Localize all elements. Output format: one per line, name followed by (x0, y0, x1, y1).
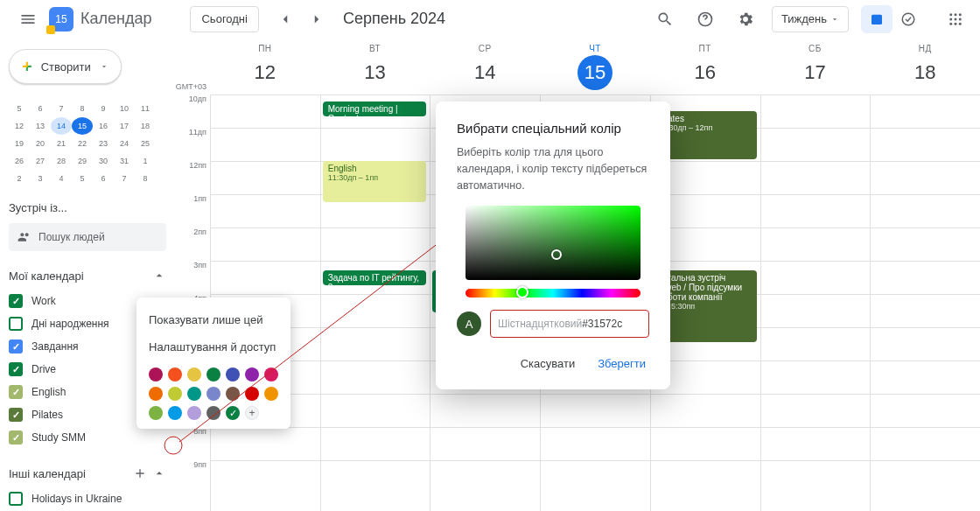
show-only-this-option[interactable]: Показувати лише цей (149, 306, 278, 333)
mini-day[interactable]: 23 (93, 135, 114, 152)
color-swatch[interactable] (168, 387, 182, 401)
color-swatch[interactable] (149, 387, 163, 401)
calendar-checkbox[interactable] (9, 430, 23, 444)
color-swatch[interactable] (206, 387, 220, 401)
mini-day[interactable]: 12 (9, 117, 30, 135)
mini-day[interactable]: 31 (114, 152, 135, 170)
color-swatch[interactable] (245, 368, 259, 382)
mini-day[interactable]: 8 (135, 170, 156, 187)
save-button[interactable]: Зберегти (594, 352, 649, 375)
color-swatch[interactable] (187, 368, 201, 382)
color-swatch[interactable]: ✓ (226, 406, 240, 420)
prev-week-button[interactable] (273, 7, 298, 32)
create-button[interactable]: + Створити (9, 49, 122, 84)
saturation-value-picker[interactable] (466, 206, 640, 280)
color-swatch[interactable] (168, 406, 182, 420)
other-calendars-toggle[interactable]: Інші календарі (9, 466, 166, 480)
mini-day[interactable]: 8 (72, 100, 93, 117)
mini-day[interactable]: 19 (9, 135, 30, 152)
menu-icon[interactable] (10, 2, 46, 37)
mini-day[interactable]: 30 (93, 152, 114, 170)
mini-day[interactable]: 9 (93, 100, 114, 117)
color-swatch[interactable] (226, 387, 240, 401)
apps-icon[interactable] (942, 5, 970, 33)
mini-day[interactable]: 10 (114, 100, 135, 117)
calendar-checkbox[interactable] (9, 362, 23, 376)
mini-day[interactable]: 7 (51, 100, 72, 117)
settings-icon[interactable] (732, 5, 760, 33)
settings-access-option[interactable]: Налаштування й доступ (149, 333, 278, 360)
mini-day[interactable]: 3 (30, 170, 51, 187)
mini-day[interactable]: 14 (51, 117, 72, 135)
calendar-item[interactable]: Study SMM (9, 426, 166, 449)
mini-day[interactable]: 6 (93, 170, 114, 187)
hue-slider[interactable] (466, 289, 640, 298)
mini-day[interactable]: 7 (114, 170, 135, 187)
calendar-checkbox[interactable] (9, 408, 23, 422)
color-swatch[interactable] (149, 368, 163, 382)
mini-day[interactable]: 4 (51, 170, 72, 187)
mini-day[interactable]: 16 (93, 117, 114, 135)
search-people-input[interactable]: Пошук людей (9, 223, 166, 251)
today-button[interactable]: Сьогодні (190, 6, 258, 32)
day-header[interactable]: ВТ13 (320, 38, 430, 94)
color-swatch[interactable] (168, 368, 182, 382)
day-column[interactable] (870, 94, 980, 511)
day-header[interactable]: СБ17 (760, 38, 871, 94)
mini-day[interactable]: 29 (72, 152, 93, 170)
event[interactable]: Задача по IT рейтингу, 2 (323, 270, 427, 285)
mini-day[interactable]: 11 (135, 100, 156, 117)
logo[interactable]: 15 Календар (49, 7, 151, 32)
sv-thumb[interactable] (551, 249, 562, 260)
mini-day[interactable]: 26 (9, 152, 30, 170)
calendar-view-toggle[interactable] (861, 5, 892, 33)
calendar-checkbox[interactable] (9, 492, 23, 506)
calendar-checkbox[interactable] (9, 385, 23, 399)
mini-day[interactable]: 27 (30, 152, 51, 170)
mini-day[interactable]: 6 (30, 100, 51, 117)
mini-day[interactable]: 25 (135, 135, 156, 152)
event[interactable]: Morning meeting | Content (323, 102, 427, 116)
day-column[interactable] (760, 94, 871, 511)
color-swatch[interactable] (245, 387, 259, 401)
mini-day[interactable]: 15 (72, 117, 93, 135)
help-icon[interactable] (691, 5, 719, 33)
next-week-button[interactable] (304, 7, 329, 32)
color-swatch[interactable] (206, 368, 220, 382)
day-header[interactable]: СР14 (430, 38, 540, 94)
calendar-checkbox[interactable] (9, 294, 23, 308)
mini-day[interactable]: 5 (72, 170, 93, 187)
color-swatch[interactable] (264, 368, 278, 382)
day-header[interactable]: ЧТ15 (540, 38, 650, 94)
tasks-view-toggle[interactable] (892, 5, 924, 33)
hue-thumb[interactable] (516, 286, 528, 298)
mini-day[interactable]: 13 (30, 117, 51, 135)
color-swatch[interactable] (226, 368, 240, 382)
mini-day[interactable]: 1 (135, 152, 156, 170)
add-custom-color[interactable]: + (245, 406, 259, 420)
mini-day[interactable]: 24 (114, 135, 135, 152)
hex-input[interactable]: Шістнадцятковий #31572c (490, 310, 649, 338)
mini-day[interactable]: 28 (51, 152, 72, 170)
day-header[interactable]: ПН12 (210, 38, 320, 94)
mini-day[interactable]: 5 (9, 100, 30, 117)
day-header[interactable]: ПТ16 (650, 38, 760, 94)
add-calendar-icon[interactable] (133, 466, 147, 480)
color-swatch[interactable] (149, 406, 163, 420)
mini-day[interactable]: 17 (114, 117, 135, 135)
event[interactable]: English11:30дп – 1пп (323, 161, 427, 202)
color-swatch[interactable] (187, 387, 201, 401)
search-icon[interactable] (651, 5, 679, 33)
my-calendars-toggle[interactable]: Мої календарі (9, 269, 166, 283)
mini-calendar[interactable]: 5678910111213141516171819202122232425262… (9, 100, 166, 187)
mini-day[interactable]: 2 (9, 170, 30, 187)
mini-day[interactable]: 18 (135, 117, 156, 135)
mini-day[interactable]: 21 (51, 135, 72, 152)
calendar-checkbox[interactable] (9, 317, 23, 331)
mini-day[interactable]: 22 (72, 135, 93, 152)
calendar-item[interactable]: Holidays in Ukraine (9, 487, 166, 510)
color-swatch[interactable] (264, 387, 278, 401)
color-swatch[interactable] (187, 406, 201, 420)
view-select[interactable]: Тиждень (772, 6, 849, 32)
calendar-checkbox[interactable] (9, 340, 23, 354)
